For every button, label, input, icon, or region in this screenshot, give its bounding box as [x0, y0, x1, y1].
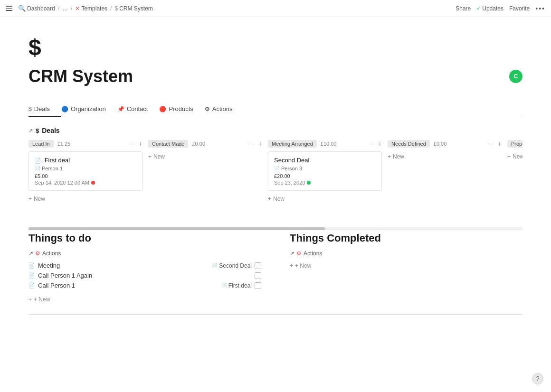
- action-item-meeting: 📄 Meeting 📄 Second Deal: [28, 261, 261, 271]
- col-badge-contact-made: Contact Made: [148, 140, 188, 148]
- dashboard-link[interactable]: 🔍 Dashboard: [18, 5, 55, 12]
- products-tab-icon: 🔴: [159, 106, 166, 112]
- col-header-proposal-made: Proposal Made £0.00 ··· +: [507, 140, 522, 148]
- card-title-second-deal: Second Deal: [274, 157, 376, 164]
- add-new-proposal-made[interactable]: +New: [507, 151, 522, 162]
- kanban-card-first-deal[interactable]: 📄 First deal 📄 Person 1 £5.00 Sep 14, 20…: [28, 151, 142, 191]
- col-add-meeting-arranged[interactable]: +: [378, 140, 382, 148]
- todo-actions-icon: ⚙: [35, 250, 40, 257]
- kanban-col-contact-made: Contact Made £0.00 ··· + +New: [148, 140, 262, 222]
- col-header-contact-made: Contact Made £0.00 ··· +: [148, 140, 262, 148]
- col-badge-meeting-arranged: Meeting Arranged: [268, 140, 317, 148]
- action-deal-ref-meeting: 📄 Second Deal: [212, 262, 252, 269]
- top-nav: 🔍 Dashboard / … / ✕ Templates / $ CRM Sy…: [0, 0, 551, 17]
- completed-actions-icon: ⚙: [296, 250, 302, 257]
- things-completed-title: Things Completed: [290, 232, 522, 244]
- contact-tab-icon: 📌: [117, 106, 124, 112]
- favorite-button[interactable]: Favorite: [509, 5, 530, 12]
- crm-link[interactable]: $ CRM System: [114, 5, 152, 12]
- kanban-scrollbar-thumb[interactable]: [28, 227, 325, 230]
- card-status-dot-first-deal: [91, 181, 95, 185]
- kanban-col-needs-defined: Needs Defined £0.00 ··· + +New: [388, 140, 502, 222]
- kanban-scrollbar-track[interactable]: [28, 227, 522, 230]
- breadcrumb: 🔍 Dashboard / … / ✕ Templates / $ CRM Sy…: [6, 5, 153, 12]
- share-button[interactable]: Share: [456, 5, 471, 12]
- things-todo-title: Things to do: [28, 232, 261, 244]
- updates-button[interactable]: ✓ Updates: [476, 5, 504, 12]
- action-right-call: 📄 First deal: [221, 282, 261, 289]
- completed-actions-label: Actions: [304, 250, 322, 257]
- ellipsis-link[interactable]: …: [62, 5, 68, 12]
- action-checkbox-meeting[interactable]: [255, 262, 261, 269]
- action-right-meeting: 📄 Second Deal: [212, 262, 261, 269]
- more-options-icon[interactable]: •••: [535, 5, 545, 12]
- todo-actions-label: Actions: [42, 250, 61, 257]
- todo-actions-arrow[interactable]: ↗: [28, 250, 33, 257]
- avatar: C: [509, 70, 522, 83]
- completed-actions-header: ↗ ⚙ Actions: [290, 250, 522, 257]
- action-checkbox-call[interactable]: [255, 282, 261, 289]
- action-doc-icon-call: 📄: [28, 282, 35, 289]
- add-new-needs-defined[interactable]: +New: [388, 151, 502, 162]
- col-amount-meeting-arranged: £10.00: [321, 141, 337, 147]
- card-person-second-deal: 📄 Person 3: [274, 166, 376, 171]
- card-date-first-deal: Sep 14, 2020 12:00 AM: [35, 180, 136, 186]
- actions-tab-icon: ⚙: [205, 106, 210, 112]
- tab-deals[interactable]: $ Deals: [28, 102, 61, 117]
- col-dots-meeting-arranged[interactable]: ···: [368, 140, 374, 147]
- col-add-lead-in[interactable]: +: [139, 140, 142, 148]
- card-amount-second-deal: £20.00: [274, 173, 376, 179]
- todo-actions-header: ↗ ⚙ Actions: [28, 250, 261, 257]
- add-new-meeting-arranged[interactable]: +New: [268, 194, 382, 204]
- page-title-row: CRM System C: [28, 66, 522, 86]
- action-item-call-again: 📄 Call Person 1 Again: [28, 271, 261, 280]
- col-amount-needs-defined: £0.00: [434, 141, 447, 147]
- tab-actions[interactable]: ⚙ Actions: [205, 102, 244, 117]
- breadcrumb-sep-2: /: [71, 5, 72, 12]
- action-doc-icon-call-again: 📄: [28, 272, 35, 279]
- action-label-call: Call Person 1: [38, 282, 75, 289]
- kanban-col-proposal-made: Proposal Made £0.00 ··· + +New: [507, 140, 522, 222]
- col-badge-needs-defined: Needs Defined: [388, 140, 430, 148]
- bottom-sections: Things to do ↗ ⚙ Actions 📄 Meeting 📄 Sec…: [28, 232, 522, 305]
- col-header-lead-in: Lead In £1.25 ··· +: [28, 140, 142, 148]
- col-badge-proposal-made: Proposal Made: [507, 140, 522, 148]
- col-dots-contact-made[interactable]: ···: [248, 140, 255, 147]
- action-label-meeting: Meeting: [38, 262, 60, 269]
- tab-contact[interactable]: 📌 Contact: [117, 102, 160, 117]
- todo-add-new[interactable]: ++ New: [28, 294, 261, 305]
- tabs-bar: $ Deals 🔵 Organization 📌 Contact 🔴 Produ…: [28, 102, 522, 117]
- col-add-contact-made[interactable]: +: [258, 140, 262, 148]
- completed-actions-arrow[interactable]: ↗: [290, 250, 294, 257]
- action-checkbox-call-again[interactable]: [255, 272, 261, 279]
- kanban-col-lead-in: Lead In £1.25 ··· + 📄 First deal 📄 Perso…: [28, 140, 142, 222]
- page-content: $ CRM System C $ Deals 🔵 Organization 📌 …: [0, 17, 551, 343]
- org-tab-icon: 🔵: [61, 106, 68, 112]
- col-dots-lead-in[interactable]: ···: [129, 140, 135, 147]
- things-todo-section: Things to do ↗ ⚙ Actions 📄 Meeting 📄 Sec…: [28, 232, 261, 305]
- deals-section-arrow[interactable]: ↗: [28, 128, 33, 134]
- menu-icon[interactable]: [6, 6, 12, 11]
- page-divider: [28, 314, 522, 315]
- kanban-card-second-deal[interactable]: Second Deal 📄 Person 3 £20.00 Sep 23, 20…: [268, 151, 382, 191]
- breadcrumb-sep-1: /: [58, 5, 59, 12]
- col-add-needs-defined[interactable]: +: [498, 140, 502, 148]
- col-badge-lead-in: Lead In: [28, 140, 54, 148]
- completed-add-new[interactable]: ++ New: [290, 261, 522, 271]
- tab-organization[interactable]: 🔵 Organization: [61, 102, 117, 117]
- kanban-col-meeting-arranged: Meeting Arranged £10.00 ··· + Second Dea…: [268, 140, 382, 222]
- breadcrumb-sep-3: /: [110, 5, 112, 12]
- todo-actions-list: 📄 Meeting 📄 Second Deal 📄 Call Person 1 …: [28, 261, 261, 290]
- action-label-call-again: Call Person 1 Again: [38, 272, 92, 279]
- col-dots-needs-defined[interactable]: ···: [488, 140, 494, 147]
- add-new-lead-in[interactable]: +New: [28, 194, 142, 204]
- templates-link[interactable]: ✕ Templates: [75, 5, 107, 12]
- col-amount-contact-made: £0.00: [192, 141, 205, 147]
- deals-section-label: Deals: [42, 127, 59, 134]
- action-right-call-again: [255, 272, 261, 279]
- tab-products[interactable]: 🔴 Products: [159, 102, 204, 117]
- nav-actions: Share ✓ Updates Favorite •••: [456, 5, 545, 12]
- add-new-contact-made[interactable]: +New: [148, 151, 262, 162]
- card-status-dot-second-deal: [307, 181, 311, 185]
- card-amount-first-deal: £5.00: [35, 173, 136, 179]
